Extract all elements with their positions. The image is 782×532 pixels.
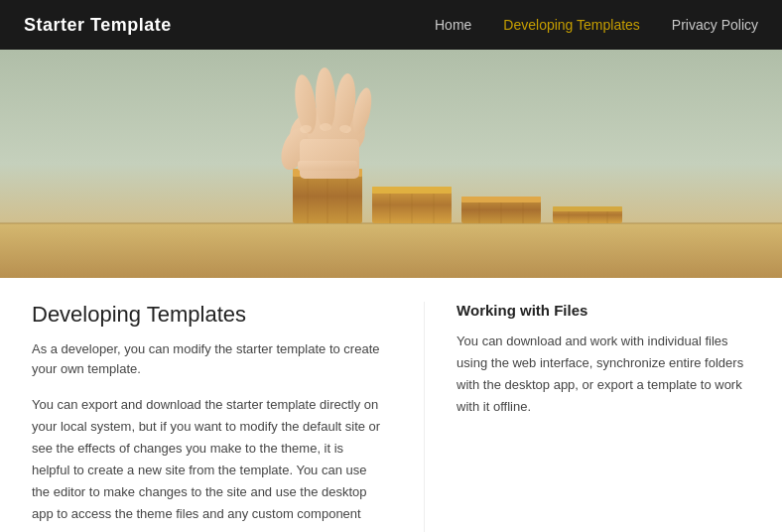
site-header: Starter Template Home Developing Templat… <box>0 0 782 50</box>
main-content: Developing Templates As a developer, you… <box>0 278 782 532</box>
working-title: Working with Files <box>456 302 750 319</box>
svg-point-31 <box>320 123 331 131</box>
hero-section <box>0 50 782 278</box>
nav-home[interactable]: Home <box>435 17 471 33</box>
nav-privacy-policy[interactable]: Privacy Policy <box>672 17 758 33</box>
svg-rect-9 <box>372 187 452 194</box>
svg-rect-14 <box>461 197 541 202</box>
svg-rect-1 <box>0 223 782 278</box>
content-left: Developing Templates As a developer, you… <box>32 302 384 532</box>
svg-rect-19 <box>553 206 622 211</box>
site-logo: Starter Template <box>24 15 172 36</box>
content-right: Working with Files You can download and … <box>424 302 750 532</box>
hero-image <box>0 50 782 278</box>
svg-rect-29 <box>300 139 359 179</box>
nav-developing-templates[interactable]: Developing Templates <box>503 17 640 33</box>
main-nav: Home Developing Templates Privacy Policy <box>435 17 758 33</box>
svg-rect-33 <box>298 161 357 171</box>
working-body: You can download and work with individua… <box>456 331 750 418</box>
content-subtitle: As a developer, you can modify the start… <box>32 339 384 378</box>
page-title: Developing Templates <box>32 302 384 328</box>
content-body: You can export and download the starter … <box>32 394 384 532</box>
